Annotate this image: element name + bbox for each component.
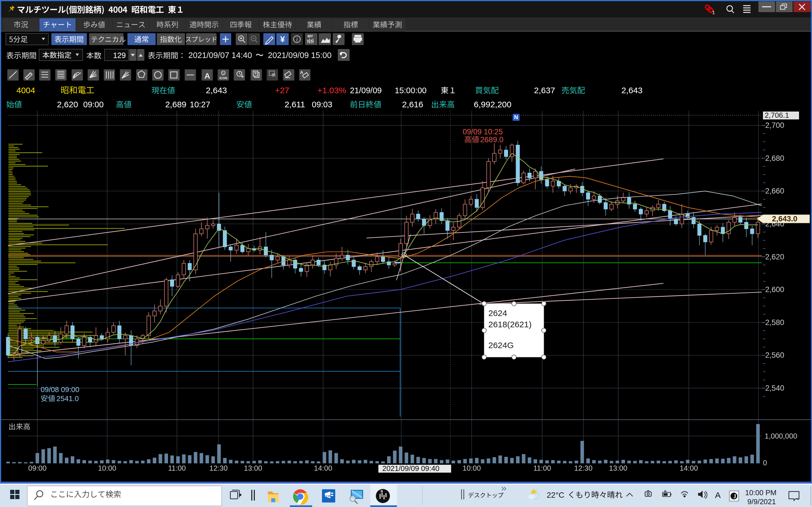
svg-text:J: J: [733, 493, 736, 499]
svg-text:09/08 09:00: 09/08 09:00: [41, 385, 79, 394]
svg-text:13:00: 13:00: [244, 464, 262, 472]
svg-text:2,580: 2,580: [765, 318, 784, 327]
svg-text:2,700: 2,700: [765, 121, 784, 129]
svg-text:10:00: 10:00: [462, 464, 481, 472]
svg-text:2,600: 2,600: [765, 285, 784, 294]
svg-text:12:00: 12:00: [324, 495, 331, 497]
svg-text:R: R: [380, 490, 383, 493]
svg-text:11:00: 11:00: [168, 464, 186, 472]
svg-text:14:00: 14:00: [314, 464, 332, 472]
svg-text:2,620: 2,620: [765, 252, 784, 261]
svg-text:N: N: [514, 114, 518, 120]
svg-text:2,660: 2,660: [765, 187, 784, 195]
svg-text:9/9/2021: 9/9/2021: [748, 497, 776, 506]
svg-text:11:00: 11:00: [533, 464, 551, 472]
svg-text:2689.0: 2689.0: [480, 135, 504, 144]
svg-text:13:00: 13:00: [609, 464, 627, 472]
svg-text:2,680: 2,680: [765, 154, 784, 163]
svg-text:22°C: 22°C: [547, 491, 564, 499]
svg-text:2,706.1: 2,706.1: [765, 111, 789, 119]
svg-text:0: 0: [763, 459, 767, 467]
svg-text:2,643.0: 2,643.0: [772, 215, 797, 223]
svg-text:2,560: 2,560: [765, 351, 784, 359]
svg-text:12:30: 12:30: [574, 464, 592, 472]
svg-text:09:00: 09:00: [28, 464, 47, 472]
svg-text:09/09 10:25: 09/09 10:25: [463, 128, 503, 136]
svg-text:14:00: 14:00: [679, 464, 698, 472]
svg-text:10:00: 10:00: [98, 464, 116, 472]
svg-text:1,000,000: 1,000,000: [765, 432, 797, 440]
svg-text:10:00 PM: 10:00 PM: [745, 489, 776, 497]
svg-text:2618(2621): 2618(2621): [488, 320, 531, 329]
svg-text:2541.0: 2541.0: [56, 394, 79, 403]
svg-text:2624G: 2624G: [488, 341, 514, 350]
svg-text:2624: 2624: [488, 308, 507, 318]
svg-text:A: A: [715, 490, 721, 500]
svg-text:12:30: 12:30: [209, 464, 227, 472]
svg-text:2021/09/09 09:40: 2021/09/09 09:40: [382, 464, 439, 473]
svg-text:2,540: 2,540: [765, 384, 784, 392]
